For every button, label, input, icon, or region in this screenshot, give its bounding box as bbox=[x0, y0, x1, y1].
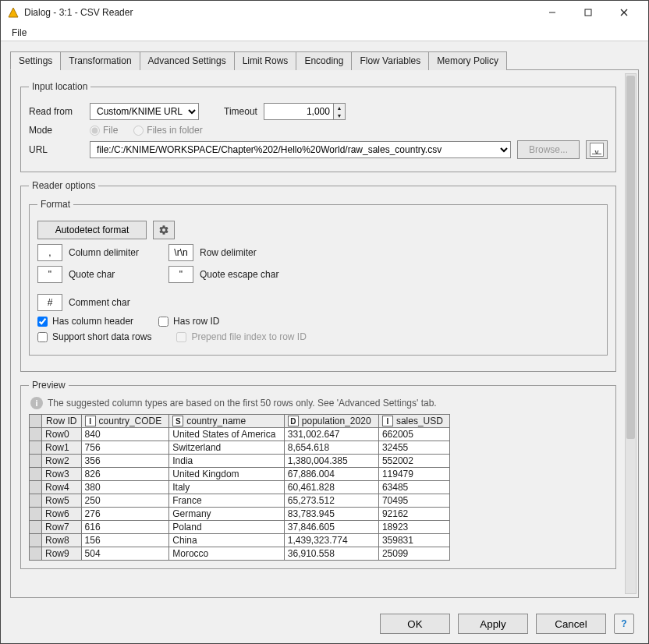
row-handle[interactable] bbox=[30, 468, 42, 481]
input-location-group: Input location Read from Custom/KNIME UR… bbox=[20, 81, 616, 172]
cell: 25099 bbox=[378, 547, 449, 561]
col-header-1[interactable]: Scountry_name bbox=[169, 415, 285, 428]
table-row[interactable]: Row8156China1,439,323.774359831 bbox=[30, 534, 450, 547]
quote-esc-input[interactable] bbox=[168, 266, 193, 283]
cancel-button[interactable]: Cancel bbox=[536, 614, 606, 634]
cell: United States of America bbox=[169, 428, 285, 441]
col-header-0[interactable]: Icountry_CODE bbox=[81, 415, 169, 428]
browse-button: Browse... bbox=[517, 140, 580, 159]
cell: Morocco bbox=[169, 547, 285, 561]
ok-button[interactable]: OK bbox=[380, 614, 450, 634]
quote-esc-label: Quote escape char bbox=[200, 269, 278, 280]
type-icon: S bbox=[172, 416, 183, 426]
variable-button[interactable]: v bbox=[586, 140, 608, 159]
row-handle[interactable] bbox=[30, 494, 42, 508]
row-handle[interactable] bbox=[30, 534, 42, 547]
minimize-button[interactable] bbox=[534, 1, 570, 24]
has-column-header-checkbox[interactable]: Has column header bbox=[37, 316, 133, 327]
row-handle[interactable] bbox=[30, 481, 42, 494]
reader-options-legend: Reader options bbox=[29, 180, 98, 191]
table-row[interactable]: Row0840United States of America331,002.6… bbox=[30, 428, 450, 441]
prepend-index-checkbox: Prepend file index to row ID bbox=[176, 331, 306, 342]
comment-input[interactable] bbox=[37, 294, 62, 311]
table-row[interactable]: Row4380Italy60,461.82863485 bbox=[30, 481, 450, 494]
row-handle[interactable] bbox=[30, 508, 42, 521]
close-button[interactable] bbox=[606, 1, 642, 24]
spinner-down-icon[interactable]: ▼ bbox=[334, 111, 345, 119]
cell: 65,273.512 bbox=[284, 494, 378, 508]
cell: 356 bbox=[81, 455, 169, 468]
tab-limit-rows[interactable]: Limit Rows bbox=[234, 51, 297, 70]
tab-memory-policy[interactable]: Memory Policy bbox=[428, 51, 507, 70]
cell: 276 bbox=[81, 508, 169, 521]
table-row[interactable]: Row1756Switzerland8,654.61832455 bbox=[30, 441, 450, 455]
window-title: Dialog - 3:1 - CSV Reader bbox=[24, 7, 534, 18]
tab-settings[interactable]: Settings bbox=[10, 51, 61, 70]
rowid-header[interactable]: Row ID bbox=[42, 415, 82, 428]
url-label: URL bbox=[29, 144, 83, 155]
cell: 331,002.647 bbox=[284, 428, 378, 441]
menu-file[interactable]: File bbox=[7, 26, 31, 40]
col-delim-label: Column delimiter bbox=[69, 247, 162, 258]
has-row-id-checkbox[interactable]: Has row ID bbox=[158, 316, 219, 327]
tab-transformation[interactable]: Transformation bbox=[60, 51, 140, 70]
cell: China bbox=[169, 534, 285, 547]
quote-input[interactable] bbox=[37, 266, 62, 283]
table-row[interactable]: Row7616Poland37,846.60518923 bbox=[30, 521, 450, 534]
titlebar: Dialog - 3:1 - CSV Reader bbox=[1, 1, 648, 24]
spinner-up-icon[interactable]: ▲ bbox=[334, 104, 345, 111]
cell: 156 bbox=[81, 534, 169, 547]
gear-icon bbox=[158, 225, 169, 235]
row-id-cell: Row2 bbox=[42, 455, 82, 468]
row-handle[interactable] bbox=[30, 441, 42, 455]
row-handle[interactable] bbox=[30, 547, 42, 561]
tab-encoding[interactable]: Encoding bbox=[296, 51, 352, 70]
cell: 70495 bbox=[378, 494, 449, 508]
input-location-legend: Input location bbox=[29, 81, 90, 92]
col-header-3[interactable]: Isales_USD bbox=[378, 415, 449, 428]
quote-label: Quote char bbox=[69, 269, 162, 280]
table-row[interactable]: Row3826United Kingdom67,886.004119479 bbox=[30, 468, 450, 481]
vertical-scrollbar[interactable] bbox=[625, 73, 637, 594]
apply-button[interactable]: Apply bbox=[458, 614, 528, 634]
cell: 250 bbox=[81, 494, 169, 508]
table-row[interactable]: Row5250France65,273.51270495 bbox=[30, 494, 450, 508]
timeout-spinner[interactable]: ▲▼ bbox=[264, 103, 346, 120]
table-row[interactable]: Row6276Germany83,783.94592162 bbox=[30, 508, 450, 521]
cell: United Kingdom bbox=[169, 468, 285, 481]
menubar: File bbox=[1, 24, 648, 41]
row-handle[interactable] bbox=[30, 521, 42, 534]
table-row[interactable]: Row2356India1,380,004.385552002 bbox=[30, 455, 450, 468]
cell: 552002 bbox=[378, 455, 449, 468]
row-handle[interactable] bbox=[30, 428, 42, 441]
table-row[interactable]: Row9504Morocco36,910.55825099 bbox=[30, 547, 450, 561]
col-header-2[interactable]: Dpopulation_2020 bbox=[284, 415, 378, 428]
url-combo[interactable]: file:/C:/KNIME/WORKSPACE/Chapter%202/Hel… bbox=[90, 141, 511, 158]
preview-legend: Preview bbox=[29, 380, 69, 391]
maximize-button[interactable] bbox=[570, 1, 606, 24]
cell: 1,380,004.385 bbox=[284, 455, 378, 468]
col-delim-input[interactable] bbox=[37, 244, 62, 261]
mode-file-radio: File bbox=[90, 125, 118, 136]
tab-flow-variables[interactable]: Flow Variables bbox=[351, 51, 429, 70]
read-from-select[interactable]: Custom/KNIME URL bbox=[90, 103, 199, 120]
help-button[interactable]: ? bbox=[614, 614, 634, 634]
tab-advanced-settings[interactable]: Advanced Settings bbox=[140, 51, 235, 70]
cell: Switzerland bbox=[169, 441, 285, 455]
cell: 662005 bbox=[378, 428, 449, 441]
svg-marker-0 bbox=[9, 8, 18, 17]
cell: 1,439,323.774 bbox=[284, 534, 378, 547]
tab-panel-settings: Input location Read from Custom/KNIME UR… bbox=[10, 70, 639, 598]
row-id-cell: Row1 bbox=[42, 441, 82, 455]
cell: 32455 bbox=[378, 441, 449, 455]
cell: India bbox=[169, 455, 285, 468]
row-handle[interactable] bbox=[30, 455, 42, 468]
table-header-row: Row ID Icountry_CODE Scountry_name Dpopu… bbox=[30, 415, 450, 428]
type-icon: I bbox=[85, 416, 96, 426]
row-delim-input[interactable] bbox=[168, 244, 193, 261]
autodetect-settings-button[interactable] bbox=[153, 221, 175, 239]
autodetect-button[interactable]: Autodetect format bbox=[37, 221, 147, 239]
row-id-cell: Row9 bbox=[42, 547, 82, 561]
support-short-rows-checkbox[interactable]: Support short data rows bbox=[37, 331, 151, 342]
timeout-input[interactable] bbox=[264, 103, 334, 120]
